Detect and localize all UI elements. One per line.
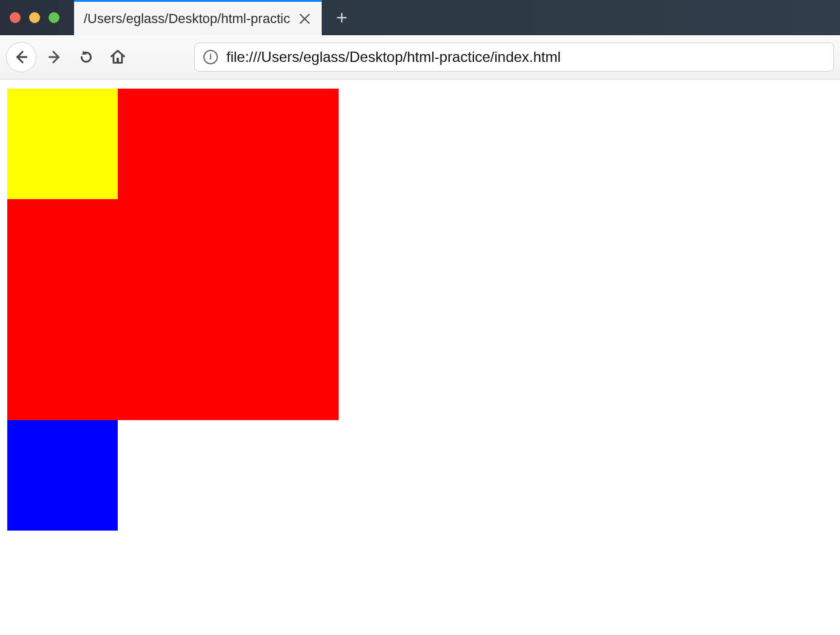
url-bar[interactable]: i file:///Users/eglass/Desktop/html-prac… [194,42,834,72]
forward-button[interactable] [41,44,68,70]
page-viewport [0,80,840,635]
site-info-icon[interactable]: i [203,50,218,64]
blue-square [7,420,118,531]
window-minimize-button[interactable] [29,12,40,23]
tab-close-icon[interactable] [297,12,312,26]
url-text: file:///Users/eglass/Desktop/html-practi… [226,49,561,66]
tab-title: /Users/eglass/Desktop/html-practic [84,11,290,27]
window-close-button[interactable] [10,12,21,23]
yellow-square [7,89,118,199]
window-maximize-button[interactable] [49,12,59,23]
svg-rect-4 [117,58,119,63]
home-button[interactable] [104,44,131,70]
window-titlebar: /Users/eglass/Desktop/html-practic + [0,0,840,35]
browser-tab-active[interactable]: /Users/eglass/Desktop/html-practic [74,0,322,35]
browser-toolbar: i file:///Users/eglass/Desktop/html-prac… [0,35,840,80]
red-square [7,89,339,420]
page-content [7,89,339,531]
reload-button[interactable] [73,44,100,70]
back-button[interactable] [6,42,36,72]
new-tab-button[interactable]: + [336,8,348,27]
window-controls [10,0,59,35]
new-tab-area: + [322,0,362,35]
